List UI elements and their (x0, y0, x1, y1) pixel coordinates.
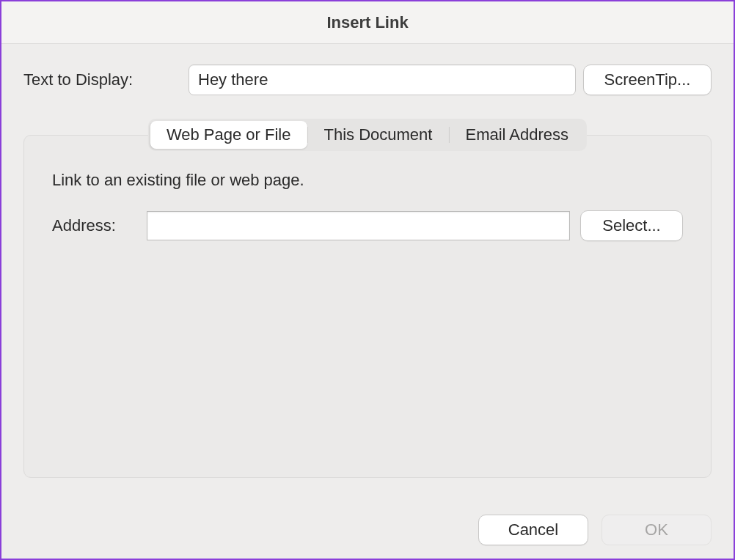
screentip-button[interactable]: ScreenTip... (583, 65, 712, 95)
text-to-display-input[interactable] (189, 65, 576, 95)
link-panel-wrapper: Web Page or File This Document Email Add… (23, 135, 712, 478)
tab-this-document[interactable]: This Document (308, 121, 449, 149)
dialog-footer: Cancel OK (478, 515, 712, 545)
link-panel: Link to an existing file or web page. Ad… (23, 135, 712, 478)
tab-email-address[interactable]: Email Address (449, 121, 585, 149)
text-to-display-row: Text to Display: ScreenTip... (23, 65, 712, 95)
address-label: Address: (52, 216, 136, 235)
cancel-button[interactable]: Cancel (478, 515, 588, 545)
text-to-display-label: Text to Display: (23, 70, 181, 89)
ok-button: OK (601, 515, 712, 545)
panel-description: Link to an existing file or web page. (52, 171, 683, 190)
select-button[interactable]: Select... (580, 210, 683, 241)
address-input[interactable] (147, 211, 570, 240)
address-row: Address: Select... (52, 210, 683, 241)
link-type-tabs: Web Page or File This Document Email Add… (148, 119, 587, 151)
dialog-titlebar: Insert Link (1, 1, 734, 44)
dialog-title: Insert Link (326, 13, 408, 32)
dialog-content: Text to Display: ScreenTip... Web Page o… (1, 44, 734, 478)
tab-web-page-or-file[interactable]: Web Page or File (150, 121, 307, 149)
